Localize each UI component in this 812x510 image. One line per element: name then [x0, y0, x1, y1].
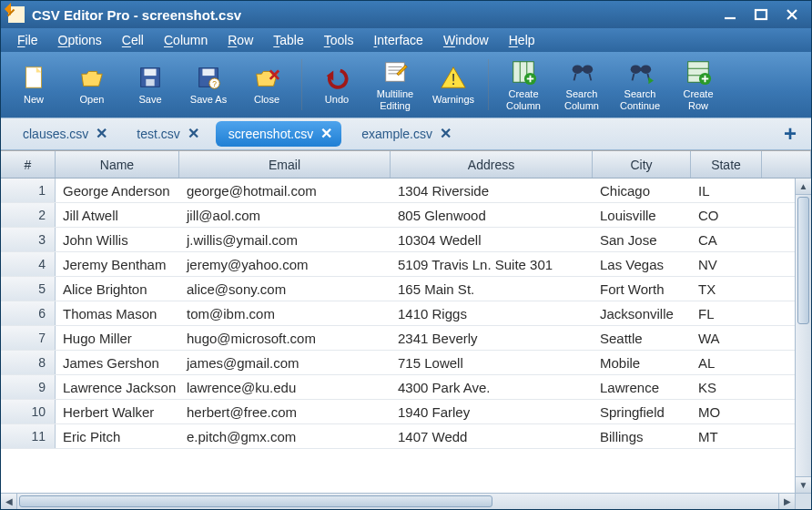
col-header-city[interactable]: City [593, 151, 691, 178]
cell-state[interactable]: IL [691, 178, 762, 202]
horizontal-scrollbar[interactable]: ◀ ▶ [1, 493, 795, 509]
cell-email[interactable]: james@gmail.com [179, 351, 391, 374]
cell-name[interactable]: Eric Pitch [56, 424, 179, 448]
cell-name[interactable]: Alice Brighton [56, 277, 179, 301]
cell-city[interactable]: Louisville [593, 203, 691, 227]
cell-rownum[interactable]: 6 [1, 301, 56, 325]
cell-rownum[interactable]: 8 [1, 351, 56, 374]
col-header-name[interactable]: Name [56, 151, 179, 178]
tab-example-csv[interactable]: example.csv✕ [349, 121, 461, 147]
table-row[interactable]: 6Thomas Masontom@ibm.com1410 RiggsJackso… [1, 301, 811, 326]
scroll-down-icon[interactable]: ▼ [796, 476, 811, 493]
scroll-up-icon[interactable]: ▲ [796, 178, 811, 195]
cell-city[interactable]: Seattle [593, 326, 691, 350]
cell-state[interactable]: CA [691, 228, 762, 251]
menu-help[interactable]: Help [500, 30, 544, 50]
menu-file[interactable]: File [8, 30, 47, 50]
cell-address[interactable]: 165 Main St. [391, 277, 593, 301]
cell-email[interactable]: j.willis@ymail.com [179, 228, 391, 251]
cell-email[interactable]: jeremy@yahoo.com [179, 252, 391, 276]
menu-row[interactable]: Row [218, 30, 262, 50]
cell-name[interactable]: Jeremy Bentham [56, 252, 179, 276]
cell-state[interactable]: NV [691, 252, 762, 276]
cell-city[interactable]: Fort Worth [593, 277, 691, 301]
cell-state[interactable]: KS [691, 375, 762, 399]
table-row[interactable]: 8James Gershonjames@gmail.com715 LowellM… [1, 351, 811, 375]
undo-button[interactable]: Undo [308, 55, 366, 115]
cell-address[interactable]: 1410 Riggs [391, 301, 593, 325]
menu-cell[interactable]: Cell [113, 30, 153, 50]
warn-button[interactable]: !Warnings [424, 55, 482, 115]
crow-button[interactable]: Create Row [669, 55, 727, 115]
vertical-scrollbar[interactable]: ▲ ▼ [795, 178, 811, 493]
tab-clauses-csv[interactable]: clauses.csv✕ [10, 121, 117, 147]
cell-state[interactable]: MT [691, 424, 762, 448]
col-header-address[interactable]: Address [391, 151, 593, 178]
scol-button[interactable]: Search Column [553, 55, 611, 115]
cell-city[interactable]: Billings [593, 424, 691, 448]
cell-city[interactable]: Springfield [593, 400, 691, 423]
menu-options[interactable]: Options [49, 30, 111, 50]
menu-interface[interactable]: Interface [364, 30, 431, 50]
tab-close-icon[interactable]: ✕ [440, 127, 452, 141]
cell-rownum[interactable]: 9 [1, 375, 56, 399]
scroll-right-icon[interactable]: ▶ [778, 494, 795, 509]
scroll-left-icon[interactable]: ◀ [1, 494, 17, 509]
tab-close-icon[interactable]: ✕ [96, 127, 107, 141]
cell-email[interactable]: alice@sony.com [179, 277, 391, 301]
cell-address[interactable]: 805 Glenwood [391, 203, 593, 227]
cell-name[interactable]: George Anderson [56, 178, 179, 202]
cell-email[interactable]: tom@ibm.com [179, 301, 391, 325]
hscroll-thumb[interactable] [19, 495, 492, 507]
cell-address[interactable]: 5109 Travis Ln. Suite 301 [391, 252, 593, 276]
cell-email[interactable]: lawrence@ku.edu [179, 375, 391, 399]
tab-screenshot-csv[interactable]: screenshot.csv✕ [216, 121, 341, 147]
add-tab-button[interactable]: + [778, 121, 802, 147]
cell-state[interactable]: MO [691, 400, 762, 423]
cell-address[interactable]: 2341 Beverly [391, 326, 593, 350]
cell-address[interactable]: 715 Lowell [391, 351, 593, 374]
new-button[interactable]: New [5, 55, 63, 115]
scont-button[interactable]: Search Continue [611, 55, 669, 115]
menu-window[interactable]: Window [434, 30, 498, 50]
save-button[interactable]: Save [121, 55, 179, 115]
cell-rownum[interactable]: 2 [1, 203, 56, 227]
mledit-button[interactable]: Multiline Editing [366, 55, 424, 115]
cell-address[interactable]: 1940 Farley [391, 400, 593, 423]
cell-city[interactable]: Lawrence [593, 375, 691, 399]
cell-name[interactable]: Hugo Miller [56, 326, 179, 350]
menu-column[interactable]: Column [155, 30, 217, 50]
cell-rownum[interactable]: 1 [1, 178, 56, 202]
col-header-num[interactable]: # [1, 151, 56, 178]
table-row[interactable]: 7Hugo Millerhugo@microsoft.com2341 Bever… [1, 326, 811, 351]
cell-name[interactable]: Herbert Walker [56, 400, 179, 423]
cell-email[interactable]: hugo@microsoft.com [179, 326, 391, 350]
cell-rownum[interactable]: 7 [1, 326, 56, 350]
open-button[interactable]: Open [63, 55, 121, 115]
table-row[interactable]: 5Alice Brightonalice@sony.com165 Main St… [1, 277, 811, 301]
cell-email[interactable]: herbert@free.com [179, 400, 391, 423]
cell-name[interactable]: Lawrence Jackson [56, 375, 179, 399]
close-button[interactable]: Close [238, 55, 296, 115]
tab-close-icon[interactable]: ✕ [188, 127, 199, 141]
cell-rownum[interactable]: 11 [1, 424, 56, 448]
table-row[interactable]: 9Lawrence Jacksonlawrence@ku.edu4300 Par… [1, 375, 811, 400]
table-row[interactable]: 4Jeremy Benthamjeremy@yahoo.com5109 Trav… [1, 252, 811, 277]
cell-state[interactable]: CO [691, 203, 762, 227]
cell-name[interactable]: Jill Atwell [56, 203, 179, 227]
cell-city[interactable]: Jacksonville [593, 301, 691, 325]
cell-city[interactable]: Las Vegas [593, 252, 691, 276]
maximize-button[interactable] [751, 6, 771, 23]
tab-test-csv[interactable]: test.csv✕ [124, 121, 208, 147]
cell-address[interactable]: 10304 Wedell [391, 228, 593, 251]
cell-rownum[interactable]: 4 [1, 252, 56, 276]
cell-address[interactable]: 4300 Park Ave. [391, 375, 593, 399]
menu-table[interactable]: Table [264, 30, 312, 50]
minimize-button[interactable] [720, 6, 740, 23]
col-header-extra[interactable] [762, 151, 811, 178]
close-button[interactable] [782, 6, 802, 23]
ccol-button[interactable]: Create Column [494, 55, 553, 115]
vscroll-thumb[interactable] [797, 197, 809, 324]
cell-email[interactable]: jill@aol.com [179, 203, 391, 227]
cell-state[interactable]: FL [691, 301, 762, 325]
